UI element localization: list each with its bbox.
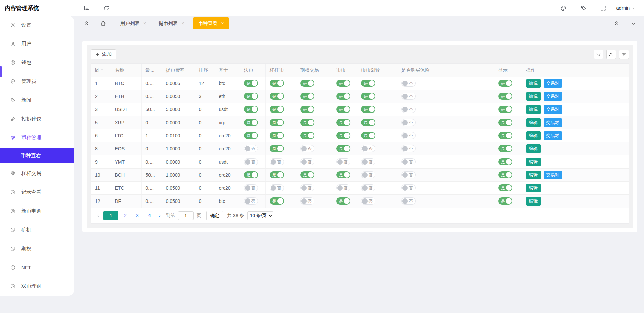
edit-button[interactable]: 编辑 xyxy=(526,197,541,206)
fiat-toggle[interactable]: 是 xyxy=(244,80,258,87)
sidebar-subitem-active[interactable]: 币种查看 xyxy=(0,148,74,163)
options-trading-toggle[interactable]: 是 xyxy=(300,171,314,178)
trading-pair-button[interactable]: 交易对 xyxy=(544,79,562,88)
spot-trading-toggle[interactable]: 是 xyxy=(336,93,350,100)
fiat-toggle[interactable]: 否 xyxy=(244,145,258,152)
edit-button[interactable]: 编辑 xyxy=(526,184,541,192)
spot-trading-toggle[interactable]: 否 xyxy=(336,158,350,165)
user-menu[interactable]: admin xyxy=(616,5,636,11)
export-button[interactable] xyxy=(606,50,616,59)
sidebar-item[interactable]: 新闻 xyxy=(0,91,74,109)
refresh-icon[interactable] xyxy=(103,5,110,11)
coin-transfer-toggle[interactable]: 否 xyxy=(361,158,375,165)
sidebar-item[interactable]: 矿机 xyxy=(0,221,74,238)
fiat-toggle[interactable]: 是 xyxy=(244,93,258,100)
coin-transfer-toggle[interactable]: 是 xyxy=(361,106,375,113)
fullscreen-icon[interactable] xyxy=(600,5,606,11)
spot-trading-toggle[interactable]: 是 xyxy=(336,119,350,126)
prev-page-icon[interactable] xyxy=(94,211,102,220)
edit-button[interactable]: 编辑 xyxy=(526,92,541,101)
coin-transfer-toggle[interactable]: 否 xyxy=(361,184,375,191)
options-trading-toggle[interactable]: 否 xyxy=(300,145,314,152)
coin-transfer-toggle[interactable]: 否 xyxy=(361,197,375,205)
page-number-button[interactable]: 2 xyxy=(120,211,130,220)
tabs-menu-icon[interactable] xyxy=(630,20,637,27)
sidebar-item[interactable]: 钱包 xyxy=(0,54,74,71)
leverage-coin-toggle[interactable]: 是 xyxy=(270,80,284,87)
sidebar-item[interactable]: 投拆建议 xyxy=(0,110,74,128)
leverage-coin-toggle[interactable]: 是 xyxy=(270,93,284,100)
collapse-sidebar-icon[interactable] xyxy=(83,5,90,11)
options-trading-toggle[interactable]: 是 xyxy=(300,106,314,113)
page-number-button[interactable]: 4 xyxy=(144,211,155,220)
display-toggle[interactable]: 是 xyxy=(498,145,512,152)
display-toggle[interactable]: 是 xyxy=(498,93,512,100)
options-trading-toggle[interactable]: 否 xyxy=(300,197,314,205)
fiat-toggle[interactable]: 否 xyxy=(244,197,258,205)
page-number-button[interactable]: 3 xyxy=(132,211,142,220)
print-button[interactable] xyxy=(619,50,629,59)
insurance-toggle[interactable]: 否 xyxy=(401,184,416,191)
display-toggle[interactable]: 是 xyxy=(498,184,512,191)
spot-trading-toggle[interactable]: 是 xyxy=(336,197,350,205)
tag-icon[interactable] xyxy=(580,5,587,11)
page-number-button[interactable]: 1 xyxy=(103,211,118,220)
trading-pair-button[interactable]: 交易对 xyxy=(544,105,562,114)
sidebar-item[interactable]: 期权 xyxy=(0,240,74,257)
fiat-toggle[interactable]: 是 xyxy=(244,119,258,126)
coin-transfer-toggle[interactable]: 是 xyxy=(361,93,375,100)
insurance-toggle[interactable]: 否 xyxy=(401,80,416,87)
edit-button[interactable]: 编辑 xyxy=(526,105,541,114)
options-trading-toggle[interactable]: 是 xyxy=(300,93,314,100)
tab-item[interactable]: 币种查看× xyxy=(193,17,229,29)
coin-transfer-toggle[interactable]: 是 xyxy=(361,119,375,126)
insurance-toggle[interactable]: 否 xyxy=(401,106,416,113)
edit-button[interactable]: 编辑 xyxy=(526,171,541,179)
insurance-toggle[interactable]: 否 xyxy=(401,197,416,205)
sort-icon[interactable] xyxy=(100,68,104,73)
sidebar-item[interactable]: 币种管理 xyxy=(0,129,74,146)
tab-close-icon[interactable]: × xyxy=(181,21,184,26)
options-trading-toggle[interactable]: 是 xyxy=(300,119,314,126)
add-button[interactable]: 添加 xyxy=(91,49,116,59)
display-toggle[interactable]: 是 xyxy=(498,171,512,178)
insurance-toggle[interactable]: 否 xyxy=(401,132,416,139)
options-trading-toggle[interactable]: 是 xyxy=(300,80,314,87)
insurance-toggle[interactable]: 否 xyxy=(401,158,416,165)
tab-close-icon[interactable]: × xyxy=(143,21,146,26)
trading-pair-button[interactable]: 交易对 xyxy=(544,131,562,140)
sidebar-item[interactable]: 新币申购 xyxy=(0,202,74,220)
columns-button[interactable] xyxy=(594,50,603,59)
trading-pair-button[interactable]: 交易对 xyxy=(544,118,562,127)
fiat-toggle[interactable]: 是 xyxy=(244,132,258,139)
insurance-toggle[interactable]: 否 xyxy=(401,145,416,152)
trading-pair-button[interactable]: 交易对 xyxy=(544,171,562,179)
sidebar-item[interactable]: 管理员 xyxy=(0,73,74,90)
spot-trading-toggle[interactable]: 是 xyxy=(336,145,350,152)
insurance-toggle[interactable]: 否 xyxy=(401,93,416,100)
tab-item[interactable]: 提币列表× xyxy=(155,16,187,30)
options-trading-toggle[interactable]: 是 xyxy=(300,132,314,139)
edit-button[interactable]: 编辑 xyxy=(526,79,541,88)
fiat-toggle[interactable]: 是 xyxy=(244,106,258,113)
sidebar-item[interactable]: NFT xyxy=(0,259,74,276)
trading-pair-button[interactable]: 交易对 xyxy=(544,92,562,101)
leverage-coin-toggle[interactable]: 是 xyxy=(270,132,284,139)
edit-button[interactable]: 编辑 xyxy=(526,144,541,153)
leverage-coin-toggle[interactable]: 是 xyxy=(270,119,284,126)
fiat-toggle[interactable]: 否 xyxy=(244,184,258,191)
spot-trading-toggle[interactable]: 是 xyxy=(336,132,350,139)
next-page-icon[interactable] xyxy=(156,211,164,220)
display-toggle[interactable]: 是 xyxy=(498,106,512,113)
coin-transfer-toggle[interactable]: 是 xyxy=(361,132,375,139)
tabs-scroll-left-icon[interactable] xyxy=(83,20,90,27)
home-tab-icon[interactable] xyxy=(100,20,106,27)
leverage-coin-toggle[interactable]: 是 xyxy=(270,106,284,113)
display-toggle[interactable]: 是 xyxy=(498,132,512,139)
display-toggle[interactable]: 是 xyxy=(498,158,512,165)
spot-trading-toggle[interactable]: 是 xyxy=(336,171,350,178)
edit-button[interactable]: 编辑 xyxy=(526,158,541,166)
leverage-coin-toggle[interactable]: 否 xyxy=(270,184,284,191)
sidebar-item[interactable]: 双币理财 xyxy=(0,277,74,295)
fiat-toggle[interactable]: 是 xyxy=(244,171,258,178)
